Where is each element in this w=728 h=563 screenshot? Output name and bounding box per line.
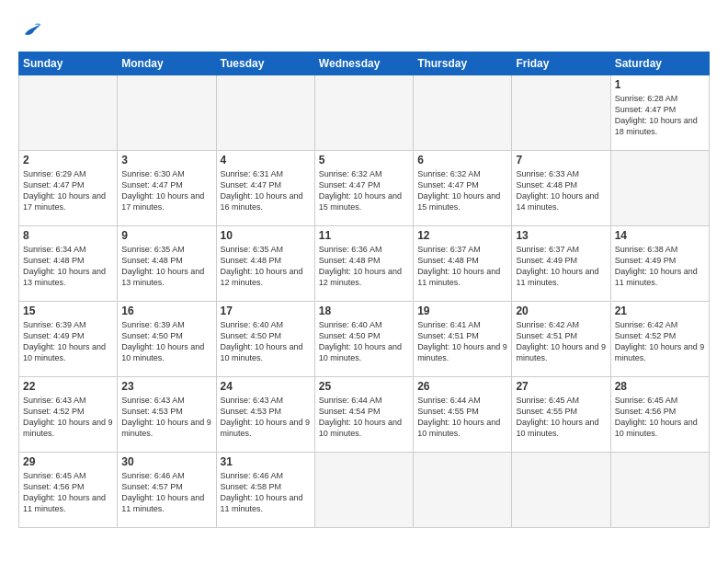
day-info: Sunrise: 6:40 AM Sunset: 4:50 PM Dayligh…: [221, 319, 311, 364]
day-number: 24: [221, 380, 311, 393]
day-info: Sunrise: 6:44 AM Sunset: 4:55 PM Dayligh…: [417, 395, 507, 440]
day-cell-26: 26 Sunrise: 6:44 AM Sunset: 4:55 PM Dayl…: [414, 377, 512, 453]
day-number: 20: [516, 304, 606, 317]
day-number: 3: [121, 154, 211, 167]
day-number: 30: [121, 455, 211, 468]
day-number: 4: [221, 154, 311, 167]
day-number: 26: [417, 380, 507, 393]
day-cell-6: 6 Sunrise: 6:32 AM Sunset: 4:47 PM Dayli…: [414, 151, 512, 226]
empty-cell: [610, 453, 709, 528]
day-info: Sunrise: 6:44 AM Sunset: 4:54 PM Dayligh…: [319, 395, 409, 440]
day-cell-17: 17 Sunrise: 6:40 AM Sunset: 4:50 PM Dayl…: [216, 302, 314, 377]
day-number: 13: [516, 229, 606, 242]
day-cell-27: 27 Sunrise: 6:45 AM Sunset: 4:55 PM Dayl…: [512, 377, 610, 453]
day-cell-28: 28 Sunrise: 6:45 AM Sunset: 4:56 PM Dayl…: [610, 377, 709, 453]
day-number: 2: [23, 154, 113, 167]
day-number: 28: [615, 380, 705, 393]
day-info: Sunrise: 6:42 AM Sunset: 4:51 PM Dayligh…: [516, 319, 606, 364]
day-info: Sunrise: 6:43 AM Sunset: 4:53 PM Dayligh…: [221, 395, 311, 440]
empty-cell: [610, 151, 709, 226]
empty-cell: [512, 75, 610, 151]
day-cell-9: 9 Sunrise: 6:35 AM Sunset: 4:48 PM Dayli…: [118, 226, 216, 302]
week-row-4: 15 Sunrise: 6:39 AM Sunset: 4:49 PM Dayl…: [19, 302, 710, 377]
day-cell-29: 29 Sunrise: 6:45 AM Sunset: 4:56 PM Dayl…: [19, 453, 118, 528]
day-number: 17: [221, 304, 311, 317]
week-row-3: 8 Sunrise: 6:34 AM Sunset: 4:48 PM Dayli…: [19, 226, 710, 302]
day-number: 31: [221, 455, 311, 468]
day-cell-20: 20 Sunrise: 6:42 AM Sunset: 4:51 PM Dayl…: [512, 302, 610, 377]
day-cell-15: 15 Sunrise: 6:39 AM Sunset: 4:49 PM Dayl…: [19, 302, 118, 377]
day-info: Sunrise: 6:33 AM Sunset: 4:48 PM Dayligh…: [516, 168, 606, 213]
day-cell-25: 25 Sunrise: 6:44 AM Sunset: 4:54 PM Dayl…: [314, 377, 413, 453]
day-info: Sunrise: 6:37 AM Sunset: 4:48 PM Dayligh…: [417, 244, 507, 289]
week-row-6: 29 Sunrise: 6:45 AM Sunset: 4:56 PM Dayl…: [19, 453, 710, 528]
day-info: Sunrise: 6:39 AM Sunset: 4:50 PM Dayligh…: [121, 319, 211, 364]
day-info: Sunrise: 6:37 AM Sunset: 4:49 PM Dayligh…: [516, 244, 606, 289]
day-cell-10: 10 Sunrise: 6:35 AM Sunset: 4:48 PM Dayl…: [216, 226, 314, 302]
empty-cell: [314, 75, 413, 151]
day-info: Sunrise: 6:35 AM Sunset: 4:48 PM Dayligh…: [121, 244, 211, 289]
day-info: Sunrise: 6:38 AM Sunset: 4:49 PM Dayligh…: [615, 244, 705, 289]
col-header-saturday: Saturday: [610, 52, 709, 75]
col-header-tuesday: Tuesday: [216, 52, 314, 75]
day-number: 19: [417, 304, 507, 317]
day-number: 1: [615, 78, 705, 91]
day-cell-24: 24 Sunrise: 6:43 AM Sunset: 4:53 PM Dayl…: [216, 377, 314, 453]
day-number: 21: [615, 304, 705, 317]
day-cell-14: 14 Sunrise: 6:38 AM Sunset: 4:49 PM Dayl…: [610, 226, 709, 302]
day-info: Sunrise: 6:42 AM Sunset: 4:52 PM Dayligh…: [615, 319, 705, 364]
col-header-wednesday: Wednesday: [314, 52, 413, 75]
day-number: 12: [417, 229, 507, 242]
day-cell-5: 5 Sunrise: 6:32 AM Sunset: 4:47 PM Dayli…: [314, 151, 413, 226]
day-cell-1: 1 Sunrise: 6:28 AM Sunset: 4:47 PM Dayli…: [610, 75, 709, 151]
week-row-5: 22 Sunrise: 6:43 AM Sunset: 4:52 PM Dayl…: [19, 377, 710, 453]
day-cell-16: 16 Sunrise: 6:39 AM Sunset: 4:50 PM Dayl…: [118, 302, 216, 377]
day-number: 22: [23, 380, 113, 393]
day-info: Sunrise: 6:45 AM Sunset: 4:56 PM Dayligh…: [615, 395, 705, 440]
day-number: 18: [319, 304, 409, 317]
day-info: Sunrise: 6:43 AM Sunset: 4:52 PM Dayligh…: [23, 395, 113, 440]
day-cell-23: 23 Sunrise: 6:43 AM Sunset: 4:53 PM Dayl…: [118, 377, 216, 453]
day-info: Sunrise: 6:35 AM Sunset: 4:48 PM Dayligh…: [221, 244, 311, 289]
day-info: Sunrise: 6:32 AM Sunset: 4:47 PM Dayligh…: [417, 168, 507, 213]
day-cell-30: 30 Sunrise: 6:46 AM Sunset: 4:57 PM Dayl…: [118, 453, 216, 528]
day-info: Sunrise: 6:41 AM Sunset: 4:51 PM Dayligh…: [417, 319, 507, 364]
day-info: Sunrise: 6:34 AM Sunset: 4:48 PM Dayligh…: [23, 244, 113, 289]
day-cell-19: 19 Sunrise: 6:41 AM Sunset: 4:51 PM Dayl…: [414, 302, 512, 377]
day-number: 15: [23, 304, 113, 317]
day-cell-21: 21 Sunrise: 6:42 AM Sunset: 4:52 PM Dayl…: [610, 302, 709, 377]
day-number: 16: [121, 304, 211, 317]
day-cell-18: 18 Sunrise: 6:40 AM Sunset: 4:50 PM Dayl…: [314, 302, 413, 377]
day-number: 7: [516, 154, 606, 167]
day-number: 9: [121, 229, 211, 242]
day-cell-12: 12 Sunrise: 6:37 AM Sunset: 4:48 PM Dayl…: [414, 226, 512, 302]
day-number: 10: [221, 229, 311, 242]
day-number: 25: [319, 380, 409, 393]
week-row-1: 1 Sunrise: 6:28 AM Sunset: 4:47 PM Dayli…: [19, 75, 710, 151]
day-info: Sunrise: 6:40 AM Sunset: 4:50 PM Dayligh…: [319, 319, 409, 364]
day-info: Sunrise: 6:46 AM Sunset: 4:58 PM Dayligh…: [221, 470, 311, 515]
empty-cell: [512, 453, 610, 528]
day-info: Sunrise: 6:43 AM Sunset: 4:53 PM Dayligh…: [121, 395, 211, 440]
col-header-sunday: Sunday: [19, 52, 118, 75]
day-info: Sunrise: 6:46 AM Sunset: 4:57 PM Dayligh…: [121, 470, 211, 515]
day-info: Sunrise: 6:28 AM Sunset: 4:47 PM Dayligh…: [615, 93, 705, 138]
day-cell-7: 7 Sunrise: 6:33 AM Sunset: 4:48 PM Dayli…: [512, 151, 610, 226]
col-header-friday: Friday: [512, 52, 610, 75]
day-number: 14: [615, 229, 705, 242]
day-cell-4: 4 Sunrise: 6:31 AM Sunset: 4:47 PM Dayli…: [216, 151, 314, 226]
day-number: 6: [417, 154, 507, 167]
logo-icon: [18, 17, 44, 42]
day-info: Sunrise: 6:36 AM Sunset: 4:48 PM Dayligh…: [319, 244, 409, 289]
day-info: Sunrise: 6:45 AM Sunset: 4:56 PM Dayligh…: [23, 470, 113, 515]
header: [18, 17, 710, 42]
day-number: 27: [516, 380, 606, 393]
empty-cell: [216, 75, 314, 151]
day-cell-31: 31 Sunrise: 6:46 AM Sunset: 4:58 PM Dayl…: [216, 453, 314, 528]
empty-cell: [314, 453, 413, 528]
day-info: Sunrise: 6:31 AM Sunset: 4:47 PM Dayligh…: [221, 168, 311, 213]
col-header-thursday: Thursday: [414, 52, 512, 75]
day-info: Sunrise: 6:30 AM Sunset: 4:47 PM Dayligh…: [121, 168, 211, 213]
calendar-container: SundayMondayTuesdayWednesdayThursdayFrid…: [0, 0, 728, 539]
day-cell-8: 8 Sunrise: 6:34 AM Sunset: 4:48 PM Dayli…: [19, 226, 118, 302]
